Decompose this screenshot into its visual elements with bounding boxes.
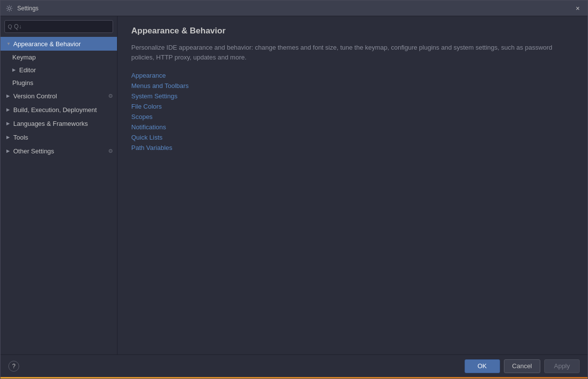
link-appearance[interactable]: Appearance [131, 72, 166, 79]
window-title: Settings [17, 5, 573, 12]
link-notifications[interactable]: Notifications [131, 123, 166, 131]
nav-row-appearance-behavior[interactable]: ▼ Appearance & Behavior [0, 37, 117, 51]
nav-label-tools: Tools [13, 134, 113, 141]
settings-icon [5, 4, 13, 12]
link-item-appearance: Appearance [131, 72, 574, 79]
nav-sub-keymap[interactable]: Keymap [0, 51, 117, 63]
nav-label-version-control: Version Control [13, 92, 108, 100]
cancel-button[interactable]: Cancel [504, 359, 540, 373]
nav-label-languages: Languages & Frameworks [13, 120, 113, 127]
nav-label-build: Build, Execution, Deployment [13, 106, 113, 114]
nav-item-tools: ▶ Tools [0, 130, 117, 144]
nav-arrow-tools: ▶ [6, 135, 13, 140]
link-item-quick-lists: Quick Lists [131, 134, 574, 141]
link-item-system-settings: System Settings [131, 92, 574, 100]
link-file-colors[interactable]: File Colors [131, 103, 162, 110]
nav-arrow-other-settings: ▶ [6, 148, 13, 153]
nav-row-languages[interactable]: ▶ Languages & Frameworks [0, 117, 117, 130]
link-item-scopes: Scopes [131, 113, 574, 120]
nav-settings-icon-other-settings: ⚙ [108, 148, 113, 154]
nav-arrow-languages: ▶ [6, 121, 13, 126]
nav-sub-editor[interactable]: ▶ Editor [0, 63, 117, 76]
svg-point-0 [8, 7, 11, 9]
nav-item-languages: ▶ Languages & Frameworks [0, 117, 117, 130]
bottom-left: ? [8, 361, 19, 372]
nav-row-other-settings[interactable]: ▶ Other Settings ⚙ [0, 144, 117, 158]
nav-item-version-control: ▶ Version Control ⚙ [0, 89, 117, 103]
nav-row-tools[interactable]: ▶ Tools [0, 130, 117, 144]
search-box[interactable]: Q [4, 20, 113, 33]
link-menus-toolbars[interactable]: Menus and Toolbars [131, 82, 189, 89]
link-path-variables[interactable]: Path Variables [131, 144, 173, 151]
apply-button[interactable]: Apply [544, 359, 580, 373]
nav-item-build: ▶ Build, Execution, Deployment [0, 103, 117, 117]
link-item-menus-toolbars: Menus and Toolbars [131, 82, 574, 89]
bottom-accent [0, 377, 588, 379]
search-input[interactable] [14, 23, 110, 30]
link-item-notifications: Notifications [131, 123, 574, 131]
nav-list: ▼ Appearance & Behavior Keymap ▶ Editor … [0, 37, 117, 354]
nav-item-other-settings: ▶ Other Settings ⚙ [0, 144, 117, 158]
titlebar: Settings × [0, 0, 588, 16]
close-button[interactable]: × [573, 3, 583, 13]
nav-arrow-appearance-behavior: ▼ [6, 41, 13, 46]
link-item-file-colors: File Colors [131, 103, 574, 110]
main-content: Q ▼ Appearance & Behavior Keymap ▶ [0, 16, 588, 354]
link-item-path-variables: Path Variables [131, 144, 574, 151]
nav-settings-icon-version-control: ⚙ [108, 93, 113, 99]
help-button[interactable]: ? [8, 361, 19, 372]
nav-item-appearance-behavior: ▼ Appearance & Behavior Keymap ▶ Editor … [0, 37, 117, 89]
content-links: Appearance Menus and Toolbars System Set… [131, 72, 574, 151]
nav-sub-label-editor: Editor [19, 66, 36, 74]
nav-row-version-control[interactable]: ▶ Version Control ⚙ [0, 89, 117, 103]
content-title: Appearance & Behavior [131, 26, 574, 36]
sidebar: Q ▼ Appearance & Behavior Keymap ▶ [0, 16, 118, 354]
content-area: Appearance & Behavior Personalize IDE ap… [118, 16, 588, 354]
bottom-right: OK Cancel Apply [465, 359, 580, 373]
nav-sub-label-keymap: Keymap [12, 54, 36, 61]
nav-arrow-build: ▶ [6, 107, 13, 112]
content-description: Personalize IDE appearance and behavior:… [131, 43, 574, 62]
nav-sub-label-plugins: Plugins [12, 79, 33, 87]
link-quick-lists[interactable]: Quick Lists [131, 134, 163, 141]
nav-label-appearance-behavior: Appearance & Behavior [13, 40, 113, 48]
settings-window: Settings × Q ▼ Appearance & Behavior [0, 0, 588, 379]
link-system-settings[interactable]: System Settings [131, 92, 177, 100]
ok-button[interactable]: OK [465, 359, 500, 373]
nav-arrow-version-control: ▶ [6, 93, 13, 98]
nav-row-build[interactable]: ▶ Build, Execution, Deployment [0, 103, 117, 117]
nav-arrow-editor: ▶ [12, 67, 19, 72]
link-scopes[interactable]: Scopes [131, 113, 152, 120]
search-icon: Q [8, 24, 12, 29]
bottom-bar: ? OK Cancel Apply [0, 354, 588, 377]
nav-label-other-settings: Other Settings [13, 147, 108, 155]
nav-sub-plugins[interactable]: Plugins [0, 76, 117, 89]
